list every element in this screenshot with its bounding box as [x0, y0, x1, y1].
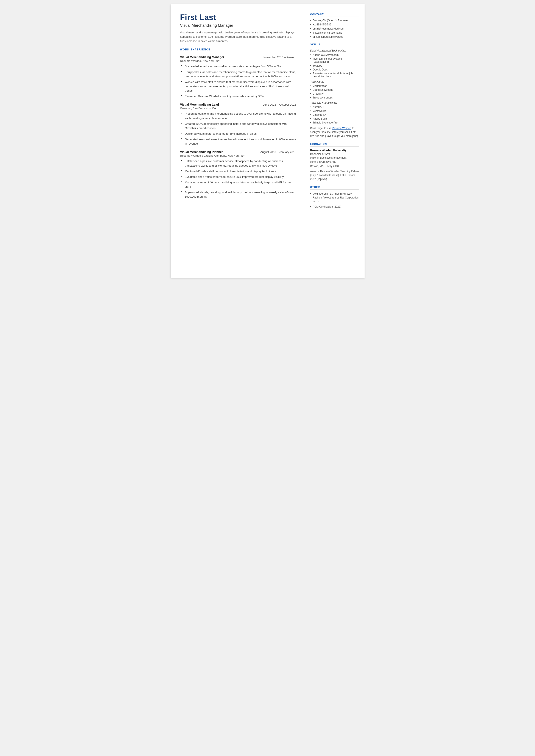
education-title: EDUCATION	[310, 143, 359, 147]
edu-location-date: Boston, MA — May 2018	[310, 164, 359, 168]
skills-section: SKILLS Data Visualization/Engineering: A…	[310, 43, 359, 138]
job-dates-2: June 2013 – October 2015	[263, 103, 296, 106]
skill-item: Adobe CC (Advanced)	[310, 53, 359, 56]
candidate-summary: Visual merchandising manager with twelve…	[180, 30, 296, 43]
work-experience-title: WORK EXPERIENCE	[180, 48, 296, 52]
skill-item: Google Docs	[310, 68, 359, 71]
candidate-title: Visual Merchandising Manager	[180, 23, 296, 28]
bullet: Established a positive customer service …	[181, 159, 296, 168]
left-column: First Last Visual Merchandising Manager …	[171, 4, 304, 278]
bullet: Created 100% aesthetically appealing ins…	[181, 122, 296, 130]
skill-item: Recruiter note: enter skills from job de…	[310, 72, 359, 78]
skills-title: SKILLS	[310, 43, 359, 47]
edu-degree: Bachelor of Arts	[310, 153, 359, 155]
bullet: Managed a team of 40 merchandising assoc…	[181, 181, 296, 189]
skill-item: Trimble Sketchuo Pro	[310, 121, 359, 124]
job-company-3: Resume Worded's Exciting Company, New Yo…	[180, 154, 296, 157]
resume-page: First Last Visual Merchandising Manager …	[171, 4, 365, 278]
bullet: Mentored 40 sales staff on product chara…	[181, 169, 296, 174]
candidate-name: First Last	[180, 13, 296, 22]
skill-item: Visualization	[310, 84, 359, 88]
job-bullets-2: Presented opinions and merchandising opt…	[180, 112, 296, 146]
other-list: Volunteered in a 3-month Runway Fashion …	[310, 192, 359, 209]
edu-major: Major in Business Management	[310, 156, 359, 160]
skills-cat-label-3: Tools and Frameworks:	[310, 101, 359, 104]
job-block-3: Visual Merchandising Planner August 2010…	[180, 150, 296, 199]
bullet: Generated seasonal sales themes based on…	[181, 137, 296, 146]
bullet: Worked with retail staff to ensure that …	[181, 80, 296, 93]
contact-item: email@resumeworded.com	[310, 27, 359, 30]
edu-school: Resume Worded University	[310, 149, 359, 152]
contact-section: CONTACT Denver, OH (Open to Remote) +1-2…	[310, 13, 359, 38]
job-bullets-1: Succeeded in reducing zero selling acces…	[180, 64, 296, 98]
bullet: Presented opinions and merchandising opt…	[181, 112, 296, 120]
edu-awards: Awards: Resume Worded Teaching Fellow (o…	[310, 169, 359, 181]
skill-item: Vectoworks	[310, 109, 359, 113]
bullet: Designed visual features that led to 45%…	[181, 132, 296, 136]
other-title: OTHER	[310, 186, 359, 190]
contact-item: linkedin.com/in/username	[310, 31, 359, 34]
skill-item: Brand Knowledge	[310, 88, 359, 91]
job-title-3: Visual Merchandising Planner	[180, 150, 223, 154]
job-dates-1: November 2015 – Present	[264, 56, 296, 59]
contact-item: github.com/resumeworded	[310, 35, 359, 38]
skills-list-1: Adobe CC (Advanced) Inventory control Sy…	[310, 53, 359, 78]
skills-note: Don't forget to use Resume Worded to sca…	[310, 126, 359, 138]
skill-item: Youtube	[310, 64, 359, 67]
header-section: First Last Visual Merchandising Manager …	[180, 13, 296, 43]
skills-list-2: Visualization Brand Knowledge Creativity…	[310, 84, 359, 99]
skills-cat-label-1: Data Visualization/Engineering:	[310, 49, 359, 52]
job-header-2: Visual Merchandising Lead June 2013 – Oc…	[180, 103, 296, 106]
job-block-2: Visual Merchandising Lead June 2013 – Oc…	[180, 103, 296, 146]
job-header-3: Visual Merchandising Planner August 2010…	[180, 150, 296, 154]
other-item: PCM Certification (2022)	[310, 205, 359, 209]
job-company-1: Resume Worded, New York, NY	[180, 59, 296, 63]
education-section: EDUCATION Resume Worded University Bache…	[310, 143, 359, 181]
bullet: Exceeded Resume Worded's monthly store s…	[181, 94, 296, 98]
edu-minor: Minors in Creative Arts	[310, 160, 359, 164]
job-dates-3: August 2010 – January 2013	[260, 151, 296, 154]
job-bullets-3: Established a positive customer service …	[180, 159, 296, 199]
contact-title: CONTACT	[310, 13, 359, 17]
job-company-2: Growthsi, San Francisco, CA	[180, 107, 296, 110]
bullet: Equipped visual, sales and merchandising…	[181, 70, 296, 79]
skills-note-prefix: Don't forget to use	[310, 127, 332, 130]
bullet: Supervised visuals, branding, and sell t…	[181, 190, 296, 199]
skill-item: Cinema 4D	[310, 113, 359, 116]
contact-item: +1-234-456-789	[310, 23, 359, 26]
skill-item: Adobe Suite	[310, 117, 359, 120]
resume-worded-link[interactable]: Resume Worded	[332, 127, 352, 130]
skill-item: Trend awareness	[310, 96, 359, 99]
skill-item: Inventory control Systems (Experienced)	[310, 57, 359, 63]
skills-cat-label-2: Techniques:	[310, 80, 359, 83]
other-item: Volunteered in a 3-month Runway Fashion …	[310, 192, 359, 204]
contact-item: Denver, OH (Open to Remote)	[310, 19, 359, 22]
contact-list: Denver, OH (Open to Remote) +1-234-456-7…	[310, 19, 359, 38]
job-header-1: Visual Merchandising Manager November 20…	[180, 55, 296, 59]
bullet: Evaluated shop traffic patterns to ensur…	[181, 175, 296, 179]
skill-item: AutoCAD	[310, 106, 359, 109]
work-experience-section: WORK EXPERIENCE Visual Merchandising Man…	[180, 48, 296, 199]
other-section: OTHER Volunteered in a 3-month Runway Fa…	[310, 186, 359, 209]
job-title-2: Visual Merchandising Lead	[180, 103, 219, 106]
job-block-1: Visual Merchandising Manager November 20…	[180, 55, 296, 98]
job-title-1: Visual Merchandising Manager	[180, 55, 224, 59]
skills-list-3: AutoCAD Vectoworks Cinema 4D Adobe Suite…	[310, 106, 359, 124]
right-column: CONTACT Denver, OH (Open to Remote) +1-2…	[304, 4, 365, 278]
bullet: Succeeded in reducing zero selling acces…	[181, 64, 296, 69]
skill-item: Creativity	[310, 92, 359, 95]
